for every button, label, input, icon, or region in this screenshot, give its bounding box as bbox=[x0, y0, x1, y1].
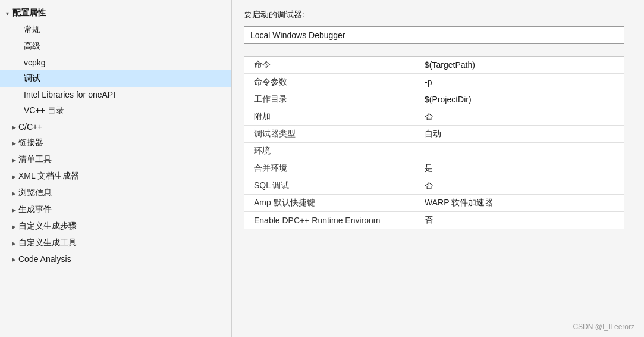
property-name: 合并环境 bbox=[244, 160, 416, 177]
arrow-right-icon bbox=[12, 256, 16, 263]
sidebar-item-intel-libs[interactable]: Intel Libraries for oneAPI bbox=[0, 87, 231, 102]
sidebar-item-manifest[interactable]: 清单工具 bbox=[0, 151, 231, 168]
sidebar-item-label: 调试 bbox=[24, 73, 40, 83]
property-name: 调试器类型 bbox=[244, 126, 416, 143]
property-name: Enable DPC++ Runtime Environm bbox=[244, 212, 416, 229]
table-row[interactable]: 命令参数-p bbox=[244, 74, 624, 91]
sidebar-item-vcpkg[interactable]: vcpkg bbox=[0, 55, 231, 70]
property-value: $(TargetPath) bbox=[415, 57, 624, 74]
property-value: 否 bbox=[415, 212, 624, 229]
sidebar-item-label: 自定义生成步骤 bbox=[18, 221, 77, 232]
sidebar-item-custom-build[interactable]: 自定义生成步骤 bbox=[0, 218, 231, 235]
sidebar-item-label: Code Analysis bbox=[18, 254, 71, 264]
table-row[interactable]: 合并环境是 bbox=[244, 160, 624, 177]
arrow-right-icon bbox=[12, 140, 16, 146]
table-row[interactable]: SQL 调试否 bbox=[244, 177, 624, 195]
sidebar-item-code-analysis[interactable]: Code Analysis bbox=[0, 251, 231, 267]
sidebar-item-build-events[interactable]: 生成事件 bbox=[0, 201, 231, 218]
arrow-right-icon bbox=[12, 240, 16, 246]
sidebar-item-linker[interactable]: 链接器 bbox=[0, 135, 231, 151]
property-name: 命令 bbox=[244, 57, 416, 74]
watermark: CSDN @I_ILeerorz bbox=[573, 323, 634, 331]
sidebar-item-label: 高级 bbox=[24, 41, 40, 51]
arrow-right-icon bbox=[12, 157, 16, 163]
property-value: WARP 软件加速器 bbox=[415, 195, 624, 212]
sidebar-item-xml-gen[interactable]: XML 文档生成器 bbox=[0, 168, 231, 185]
table-row[interactable]: 工作目录$(ProjectDir) bbox=[244, 91, 624, 108]
sidebar-item-custom-tools[interactable]: 自定义生成工具 bbox=[0, 235, 231, 251]
table-row[interactable]: 环境 bbox=[244, 143, 624, 160]
arrow-right-icon bbox=[12, 207, 16, 213]
sidebar-item-label: 生成事件 bbox=[18, 204, 52, 215]
sidebar-item-vc-dirs[interactable]: VC++ 目录 bbox=[0, 102, 231, 119]
sidebar-item-label: 配置属性 bbox=[12, 8, 46, 18]
table-row[interactable]: 附加否 bbox=[244, 108, 624, 126]
property-value: 自动 bbox=[415, 126, 624, 143]
arrow-right-icon bbox=[12, 124, 16, 130]
sidebar-item-debug[interactable]: 调试 bbox=[0, 70, 231, 87]
property-value: 否 bbox=[415, 108, 624, 126]
sidebar-item-general[interactable]: 常规 bbox=[0, 21, 231, 38]
debugger-dropdown[interactable]: Local Windows Debugger bbox=[244, 26, 624, 44]
table-row[interactable]: 命令$(TargetPath) bbox=[244, 57, 624, 74]
property-value: 否 bbox=[415, 177, 624, 195]
table-row[interactable]: Amp 默认快捷键WARP 软件加速器 bbox=[244, 195, 624, 212]
properties-table: 命令$(TargetPath)命令参数-p工作目录$(ProjectDir)附加… bbox=[244, 56, 624, 229]
property-name: Amp 默认快捷键 bbox=[244, 195, 416, 212]
property-name: 命令参数 bbox=[244, 74, 416, 91]
debugger-label: 要启动的调试器: bbox=[244, 10, 632, 20]
sidebar-item-config-props[interactable]: 配置属性 bbox=[0, 5, 231, 21]
table-row[interactable]: 调试器类型自动 bbox=[244, 126, 624, 143]
sidebar-item-label: 自定义生成工具 bbox=[18, 238, 77, 248]
sidebar-item-label: 浏览信息 bbox=[18, 188, 52, 198]
sidebar-item-label: VC++ 目录 bbox=[24, 105, 64, 115]
sidebar-item-label: 链接器 bbox=[18, 138, 43, 148]
property-value bbox=[415, 143, 624, 160]
arrow-right-icon bbox=[12, 173, 16, 180]
arrow-right-icon bbox=[12, 190, 16, 196]
sidebar-item-advanced[interactable]: 高级 bbox=[0, 38, 231, 55]
property-value: $(ProjectDir) bbox=[415, 91, 624, 108]
property-value: 是 bbox=[415, 160, 624, 177]
sidebar-item-label: C/C++ bbox=[18, 122, 42, 132]
sidebar-item-label: 清单工具 bbox=[18, 154, 52, 165]
property-name: 环境 bbox=[244, 143, 416, 160]
sidebar: 配置属性常规高级vcpkg调试Intel Libraries for oneAP… bbox=[0, 0, 232, 337]
main-content: 要启动的调试器: Local Windows Debugger 命令$(Targ… bbox=[232, 0, 644, 337]
sidebar-item-browse[interactable]: 浏览信息 bbox=[0, 185, 231, 201]
property-name: 工作目录 bbox=[244, 91, 416, 108]
property-name: SQL 调试 bbox=[244, 177, 416, 195]
sidebar-item-label: vcpkg bbox=[24, 58, 46, 67]
sidebar-item-label: XML 文档生成器 bbox=[18, 171, 79, 182]
table-row[interactable]: Enable DPC++ Runtime Environm否 bbox=[244, 212, 624, 229]
arrow-down-icon bbox=[5, 10, 10, 17]
sidebar-item-cpp[interactable]: C/C++ bbox=[0, 119, 231, 135]
sidebar-item-label: Intel Libraries for oneAPI bbox=[24, 90, 115, 99]
property-name: 附加 bbox=[244, 108, 416, 126]
arrow-right-icon bbox=[12, 223, 16, 230]
sidebar-item-label: 常规 bbox=[24, 24, 40, 34]
property-value: -p bbox=[415, 74, 624, 91]
